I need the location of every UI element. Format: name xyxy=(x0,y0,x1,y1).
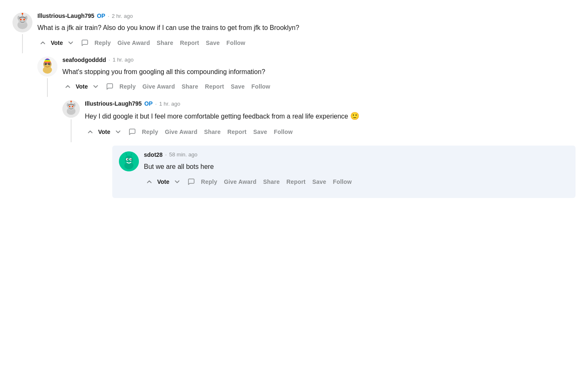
comment-time: 1 hr. ago xyxy=(113,57,134,63)
save-button[interactable]: Save xyxy=(310,177,329,187)
comment-item: Illustrious-Laugh795 OP · 1 hr. ago Hey … xyxy=(62,100,576,142)
reply-button[interactable]: Reply xyxy=(198,177,220,187)
svg-point-6 xyxy=(23,19,25,20)
report-button[interactable]: Report xyxy=(225,127,249,137)
save-button[interactable]: Save xyxy=(228,82,247,92)
upvote-icon[interactable] xyxy=(144,176,155,187)
reply-button[interactable]: Reply xyxy=(117,82,138,92)
share-button[interactable]: Share xyxy=(179,82,201,92)
avatar xyxy=(62,100,80,118)
comment-item: seafoodgodddd · 1 hr. ago What's stoppin… xyxy=(37,57,576,97)
comment-meta: seafoodgodddd · 1 hr. ago xyxy=(62,57,576,63)
save-button[interactable]: Save xyxy=(251,127,270,137)
svg-point-29 xyxy=(125,152,127,153)
comment-meta: Illustrious-Laugh795 OP · 1 hr. ago xyxy=(85,100,576,107)
chat-icon[interactable] xyxy=(79,37,90,48)
share-button[interactable]: Share xyxy=(154,38,176,48)
vote-label: Vote xyxy=(50,40,64,46)
thread-line xyxy=(71,119,72,142)
comment-item: Illustrious-Laugh795 OP · 2 hr. ago What… xyxy=(12,12,576,53)
share-button[interactable]: Share xyxy=(202,127,223,137)
comment-time: 2 hr. ago xyxy=(112,13,133,19)
chat-icon[interactable] xyxy=(127,126,138,137)
comment-actions: Vote Reply Give Award Share Report S xyxy=(144,176,569,187)
upvote-icon[interactable] xyxy=(37,37,48,48)
avatar xyxy=(37,57,57,77)
follow-button[interactable]: Follow xyxy=(271,127,295,137)
comment-meta: sdot28 · 58 min. ago xyxy=(144,151,569,158)
thread-line xyxy=(47,78,48,97)
comment-left-col xyxy=(12,12,32,53)
upvote-icon[interactable] xyxy=(85,126,96,137)
comment-text: What's stopping you from googling all th… xyxy=(62,67,576,77)
svg-point-5 xyxy=(20,19,22,20)
give-award-button[interactable]: Give Award xyxy=(140,82,177,92)
comment-left-col xyxy=(37,57,57,97)
comment-left-col xyxy=(119,151,139,192)
comment-meta: Illustrious-Laugh795 OP · 2 hr. ago xyxy=(37,12,576,19)
vote-label: Vote xyxy=(156,178,170,185)
avatar xyxy=(119,151,139,171)
vote-label: Vote xyxy=(75,83,89,90)
upvote-icon[interactable] xyxy=(62,81,73,92)
share-button[interactable]: Share xyxy=(261,177,282,187)
comment-body: Illustrious-Laugh795 OP · 2 hr. ago What… xyxy=(37,12,576,53)
give-award-button[interactable]: Give Award xyxy=(115,38,152,48)
op-badge: OP xyxy=(144,100,153,107)
svg-point-22 xyxy=(69,106,71,107)
comment-body: Illustrious-Laugh795 OP · 1 hr. ago Hey … xyxy=(85,100,576,142)
give-award-button[interactable]: Give Award xyxy=(221,177,259,187)
downvote-icon[interactable] xyxy=(172,176,183,187)
comment-author[interactable]: Illustrious-Laugh795 xyxy=(37,12,94,19)
comment-author[interactable]: Illustrious-Laugh795 xyxy=(85,100,142,107)
comment-left-col xyxy=(62,100,80,142)
nested-comment-2: Illustrious-Laugh795 OP · 1 hr. ago Hey … xyxy=(62,100,576,198)
downvote-icon[interactable] xyxy=(90,81,101,92)
svg-point-34 xyxy=(127,158,128,160)
follow-button[interactable]: Follow xyxy=(249,82,273,92)
report-button[interactable]: Report xyxy=(203,82,227,92)
comment-body: seafoodgodddd · 1 hr. ago What's stoppin… xyxy=(62,57,576,97)
report-button[interactable]: Report xyxy=(178,38,202,48)
give-award-button[interactable]: Give Award xyxy=(162,127,200,137)
svg-point-35 xyxy=(131,158,132,160)
op-badge: OP xyxy=(97,12,105,19)
comment-actions: Vote Reply Give Award Share Report Save … xyxy=(85,126,576,137)
comment-actions: Vote Reply Give Award Share Report Save … xyxy=(37,37,576,48)
reply-button[interactable]: Reply xyxy=(92,38,113,48)
follow-button[interactable]: Follow xyxy=(330,177,354,187)
vote-label: Vote xyxy=(97,129,111,135)
comment-thread: Illustrious-Laugh795 OP · 2 hr. ago What… xyxy=(12,8,576,205)
downvote-icon[interactable] xyxy=(113,126,124,137)
nested-comment: seafoodgodddd · 1 hr. ago What's stoppin… xyxy=(37,57,576,198)
comment-time: 1 hr. ago xyxy=(159,101,180,107)
svg-point-25 xyxy=(70,101,72,102)
follow-button[interactable]: Follow xyxy=(224,38,248,48)
downvote-icon[interactable] xyxy=(65,37,76,48)
svg-point-23 xyxy=(72,106,74,107)
comment-actions: Vote Reply Give Award Share Report Save … xyxy=(62,81,576,92)
report-button[interactable]: Report xyxy=(284,177,308,187)
save-button[interactable]: Save xyxy=(203,38,222,48)
thread-line xyxy=(22,34,23,53)
comment-item: sdot28 · 58 min. ago But we are all bots… xyxy=(112,146,576,198)
chat-icon[interactable] xyxy=(104,81,115,92)
comment-text: But we are all bots here xyxy=(144,161,569,172)
comment-author[interactable]: sdot28 xyxy=(144,151,163,158)
comment-body: sdot28 · 58 min. ago But we are all bots… xyxy=(144,151,569,192)
chat-icon[interactable] xyxy=(186,176,197,187)
svg-point-8 xyxy=(22,13,23,15)
avatar xyxy=(12,12,32,32)
comment-text: What is a jfk air train? Also do you kno… xyxy=(37,22,576,33)
comment-author[interactable]: seafoodgodddd xyxy=(62,57,106,63)
comment-time: 58 min. ago xyxy=(169,151,198,158)
comment-text: Hey I did google it but I feel more comf… xyxy=(85,110,576,122)
emoji: 🙂 xyxy=(350,112,359,120)
nested-comment-3: sdot28 · 58 min. ago But we are all bots… xyxy=(87,146,576,198)
svg-point-31 xyxy=(131,152,133,153)
reply-button[interactable]: Reply xyxy=(139,127,161,137)
